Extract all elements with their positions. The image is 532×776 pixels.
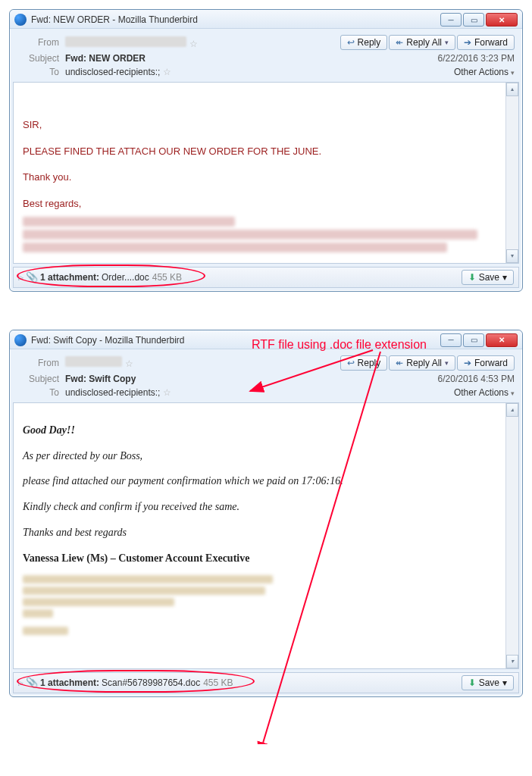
chevron-down-icon: ▾ — [511, 390, 515, 397]
signature-redacted — [23, 217, 509, 252]
save-button[interactable]: ⬇ Save ▾ — [462, 675, 514, 690]
thunderbird-icon — [14, 14, 27, 26]
titlebar[interactable]: Fwd: NEW ORDER - Mozilla Thunderbird ─ ▭… — [10, 10, 522, 29]
subject-value: Fwd: NEW ORDER — [65, 53, 146, 64]
attachment-size: 455 KB — [152, 272, 182, 283]
attachment-bar[interactable]: ▷ 📎 1 attachment: Scan#56789987654.doc 4… — [13, 672, 519, 693]
reply-button[interactable]: ↩Reply — [340, 355, 388, 371]
paperclip-icon: 📎 — [27, 272, 37, 283]
close-button[interactable]: ✕ — [486, 13, 518, 27]
from-value-redacted — [65, 36, 186, 47]
forward-button[interactable]: ➔Forward — [457, 35, 515, 50]
save-button[interactable]: ⬇ Save ▾ — [462, 270, 514, 285]
close-button[interactable]: ✕ — [486, 333, 518, 347]
maximize-button[interactable]: ▭ — [463, 333, 484, 347]
expand-icon[interactable]: ▷ — [18, 274, 23, 281]
star-icon[interactable]: ☆ — [189, 39, 198, 49]
reply-icon: ↩ — [347, 37, 355, 48]
attachment-count: 1 attachment: — [40, 272, 99, 283]
to-value: undisclosed-recipients:; — [65, 67, 160, 77]
attachment-filename[interactable]: Scan#56789987654.doc — [102, 677, 200, 688]
save-icon: ⬇ — [468, 677, 476, 688]
star-icon[interactable]: ☆ — [125, 358, 133, 369]
email-body: Good Day!! As per directed by our Boss, … — [13, 402, 519, 669]
chevron-down-icon[interactable]: ▾ — [445, 39, 449, 46]
subject-value: Fwd: Swift Copy — [65, 374, 136, 384]
minimize-button[interactable]: ─ — [440, 333, 462, 347]
scroll-down-icon[interactable]: ▾ — [506, 249, 518, 263]
from-label: From — [17, 358, 65, 368]
window-title: Fwd: NEW ORDER - Mozilla Thunderbird — [31, 14, 440, 25]
to-value: undisclosed-recipients:; — [65, 387, 160, 398]
scrollbar[interactable]: ▴ ▾ — [505, 403, 518, 668]
window-title: Fwd: Swift Copy - Mozilla Thunderbird — [31, 335, 440, 346]
attachment-count: 1 attachment: — [40, 677, 99, 688]
forward-button[interactable]: ➔Forward — [457, 355, 515, 371]
reply-all-button[interactable]: ↞Reply All▾ — [389, 35, 455, 50]
email-window-1: Fwd: NEW ORDER - Mozilla Thunderbird ─ ▭… — [9, 9, 523, 292]
minimize-button[interactable]: ─ — [440, 13, 462, 27]
signature-redacted — [23, 575, 509, 635]
other-actions-menu[interactable]: Other Actions▾ — [454, 67, 515, 77]
expand-icon[interactable]: ▷ — [18, 679, 23, 687]
chevron-down-icon: ▾ — [511, 69, 515, 77]
subject-label: Subject — [17, 374, 65, 384]
scroll-up-icon[interactable]: ▴ — [506, 403, 518, 417]
attachment-filename[interactable]: Order....doc — [102, 272, 149, 283]
chevron-down-icon[interactable]: ▾ — [502, 272, 507, 283]
subject-label: Subject — [17, 53, 65, 64]
save-icon: ⬇ — [468, 272, 476, 283]
chevron-down-icon[interactable]: ▾ — [445, 359, 449, 367]
to-label: To — [17, 387, 65, 398]
reply-icon: ↩ — [347, 358, 355, 368]
email-body: SIR, PLEASE FINED THE ATTACH OUR NEW ORD… — [13, 82, 519, 264]
thunderbird-icon — [14, 334, 27, 346]
titlebar[interactable]: Fwd: Swift Copy - Mozilla Thunderbird ─ … — [10, 330, 522, 349]
reply-all-icon: ↞ — [396, 37, 403, 48]
star-icon[interactable]: ☆ — [163, 387, 171, 398]
star-icon[interactable]: ☆ — [163, 67, 171, 77]
other-actions-menu[interactable]: Other Actions▾ — [454, 387, 515, 398]
forward-icon: ➔ — [464, 358, 471, 368]
attachment-size: 455 KB — [203, 677, 233, 688]
chevron-down-icon[interactable]: ▾ — [502, 677, 507, 688]
attachment-bar[interactable]: ▷ 📎 1 attachment: Order....doc 455 KB ⬇ … — [13, 267, 519, 288]
paperclip-icon: 📎 — [27, 677, 37, 688]
scrollbar[interactable]: ▴ ▾ — [505, 83, 518, 263]
date-label: 6/22/2016 3:23 PM — [438, 53, 515, 64]
forward-icon: ➔ — [464, 37, 471, 48]
scroll-up-icon[interactable]: ▴ — [506, 83, 518, 96]
reply-button[interactable]: ↩Reply — [340, 35, 388, 50]
scroll-down-icon[interactable]: ▾ — [506, 655, 518, 668]
from-label: From — [17, 37, 65, 48]
from-value-redacted — [65, 356, 122, 367]
to-label: To — [17, 67, 65, 77]
maximize-button[interactable]: ▭ — [463, 13, 484, 27]
reply-all-icon: ↞ — [396, 358, 403, 368]
date-label: 6/20/2016 4:53 PM — [438, 374, 515, 384]
reply-all-button[interactable]: ↞Reply All▾ — [389, 355, 455, 371]
email-window-2: Fwd: Swift Copy - Mozilla Thunderbird ─ … — [9, 330, 523, 697]
